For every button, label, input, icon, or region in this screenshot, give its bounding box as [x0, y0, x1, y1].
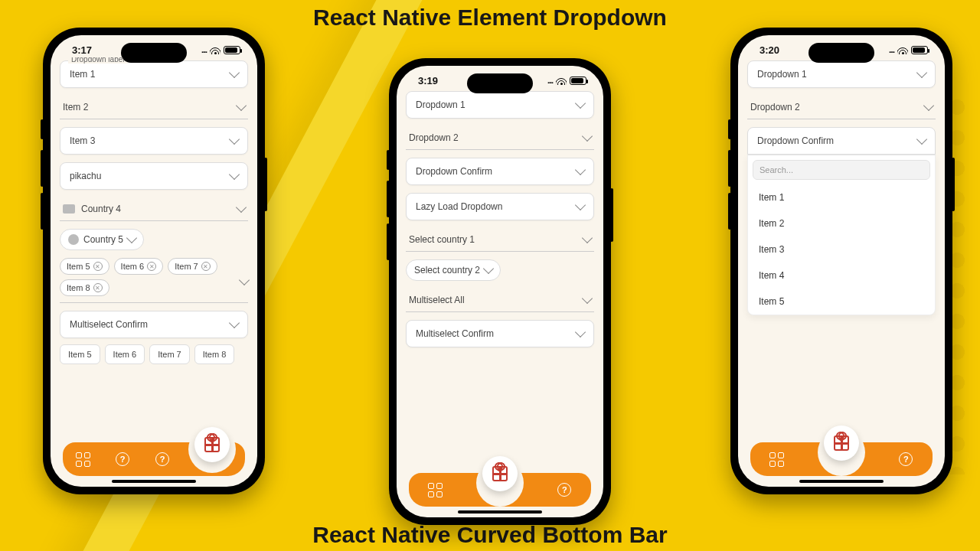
chevron-down-icon [483, 263, 494, 274]
chevron-down-icon [582, 131, 593, 142]
dropdown-flat-item2[interactable]: Item 2 [60, 96, 248, 119]
tab-grid-icon[interactable] [769, 452, 785, 467]
chip-remove-icon[interactable]: ✕ [147, 262, 156, 271]
gift-icon [204, 437, 220, 452]
tab-grid-icon[interactable] [75, 452, 90, 467]
chip-item[interactable]: Item 8 [194, 344, 235, 364]
dropdown-value: Country 5 [83, 234, 123, 245]
status-time: 3:19 [418, 75, 438, 86]
phone-3: 3:20 .... Dropdown 1 Dropdown 2 Dropdown… [730, 28, 952, 494]
fab-gift-button[interactable] [194, 427, 230, 462]
chip-remove-icon[interactable]: ✕ [93, 262, 103, 271]
dropdown-1[interactable]: Dropdown 1 [406, 91, 594, 119]
dropdown-country4[interactable]: Country 4 [60, 197, 248, 221]
chevron-down-icon [229, 134, 240, 145]
dropdown-confirm-open[interactable]: Dropdown Confirm [747, 127, 936, 155]
dropdown-2[interactable]: Dropdown 2 [747, 96, 936, 119]
chevron-down-icon [582, 233, 593, 243]
dropdown-value: Multiselect Confirm [70, 319, 148, 330]
dropdown-value: Country 4 [81, 204, 121, 214]
chip-item[interactable]: Item 5✕ [60, 258, 109, 275]
wifi-icon [210, 46, 220, 54]
dropdown-open-panel: Search... Item 1 Item 2 Item 3 Item 4 It… [747, 155, 936, 315]
chip-item[interactable]: Item 5 [60, 344, 100, 364]
dropdown-confirm[interactable]: Dropdown Confirm [406, 158, 594, 185]
chip-item[interactable]: Item 6✕ [114, 258, 164, 275]
chip-remove-icon[interactable]: ✕ [93, 283, 103, 292]
dropdown-country2[interactable]: Select country 2 [406, 259, 501, 281]
flag-icon [68, 234, 79, 245]
phone-2: 3:19 .... Dropdown 1 Dropdown 2 Dropdown… [389, 58, 611, 525]
curved-bottom-bar: ? [397, 473, 603, 517]
multiselect-chip-row: Item 5✕ Item 6✕ Item 7✕ Item 8✕ [60, 258, 248, 296]
chevron-down-icon[interactable] [239, 275, 250, 285]
chip-item[interactable]: Item 6 [105, 344, 145, 364]
curved-bottom-bar: ? [738, 442, 945, 487]
dropdown-value: Item 2 [63, 102, 88, 112]
dropdown-option[interactable]: Item 1 [748, 184, 935, 210]
phone-1: 3:17 .... Dropdown label Item 1 Item 2 [43, 28, 265, 494]
status-time: 3:17 [72, 44, 92, 56]
dynamic-island [121, 43, 187, 63]
curved-bottom-bar: ? ? [51, 442, 257, 487]
dropdown-item3[interactable]: Item 3 [60, 127, 248, 155]
dropdown-option[interactable]: Item 3 [748, 236, 935, 262]
dropdown-option[interactable]: Item 4 [748, 262, 935, 289]
cellular-icon: .... [201, 46, 207, 54]
battery-icon [570, 77, 586, 85]
chevron-down-icon [236, 202, 247, 213]
chevron-down-icon [575, 98, 586, 109]
dropdown-lazy[interactable]: Lazy Load Dropdown [406, 193, 594, 220]
dropdown-2[interactable]: Dropdown 2 [406, 126, 594, 150]
tab-help-icon[interactable]: ? [898, 452, 913, 467]
dropdown-value: Item 3 [70, 135, 95, 146]
tab-help-icon[interactable]: ? [115, 452, 130, 467]
wifi-icon [897, 46, 908, 54]
dropdown-option[interactable]: Item 5 [748, 289, 935, 315]
dropdown-pikachu[interactable]: pikachu [60, 162, 248, 190]
dynamic-island [808, 43, 874, 63]
dropdown-country5[interactable]: Country 5 [60, 229, 144, 250]
home-indicator [112, 480, 196, 483]
dropdown-value: pikachu [70, 171, 101, 181]
chip-item[interactable]: Item 8✕ [60, 279, 109, 296]
dropdown-multiselect-all[interactable]: Multiselect All [406, 289, 594, 312]
heading-top: React Native Element Dropdown [0, 5, 980, 31]
chevron-down-icon [575, 327, 586, 337]
dropdown-multiselect-confirm[interactable]: Multiselect Confirm [406, 320, 594, 347]
home-indicator [458, 510, 542, 514]
tab-help-icon-2[interactable]: ? [155, 452, 170, 467]
fab-gift-button[interactable] [482, 456, 518, 491]
multiselect-confirm-items: Item 5 Item 6 Item 7 Item 8 [60, 344, 248, 364]
chevron-down-icon [916, 67, 927, 78]
dropdown-option[interactable]: Item 2 [748, 210, 935, 236]
wifi-icon [556, 77, 567, 85]
chevron-down-icon [916, 134, 927, 145]
dropdown-search-input[interactable]: Search... [753, 160, 930, 180]
gift-icon [834, 435, 849, 451]
flag-icon [63, 204, 75, 214]
fab-gift-button[interactable] [824, 425, 859, 461]
chip-item[interactable]: Item 7✕ [168, 258, 217, 275]
cellular-icon: .... [889, 46, 894, 54]
chevron-down-icon [126, 233, 137, 243]
tab-help-icon[interactable]: ? [557, 482, 572, 497]
chip-item[interactable]: Item 7 [149, 344, 190, 364]
chevron-down-icon [923, 100, 934, 111]
chevron-down-icon [582, 293, 593, 304]
battery-icon [911, 46, 928, 54]
battery-icon [224, 46, 240, 54]
dropdown-country1[interactable]: Select country 1 [406, 228, 594, 252]
home-indicator [799, 480, 884, 483]
chevron-down-icon [229, 169, 240, 180]
chip-remove-icon[interactable]: ✕ [201, 262, 211, 271]
heading-bottom: React Native Curved Bottom Bar [0, 522, 980, 548]
dropdown-floating-label: Dropdown label [68, 57, 128, 64]
dropdown-labeled[interactable]: Dropdown label Item 1 [60, 60, 248, 88]
dynamic-island [467, 73, 533, 93]
chevron-down-icon [229, 318, 240, 328]
tab-grid-icon[interactable] [428, 482, 443, 497]
dropdown-1[interactable]: Dropdown 1 [747, 60, 936, 88]
dropdown-multiselect-confirm[interactable]: Multiselect Confirm [60, 311, 248, 338]
chevron-down-icon [575, 165, 586, 175]
